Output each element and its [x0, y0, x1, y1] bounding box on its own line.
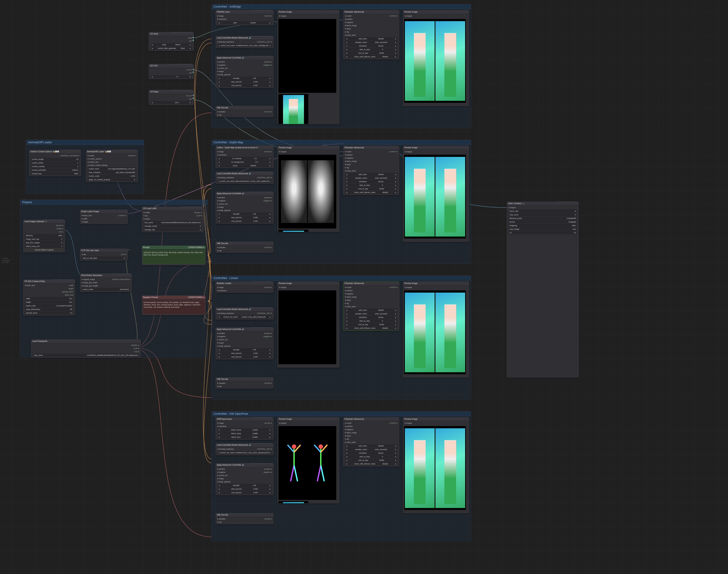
preview-thumbnail — [278, 426, 336, 500]
node-preprocessor-lineart[interactable]: comfyui-ControlNet Au... Realistic LineA… — [215, 281, 274, 293]
node-pixel-perfect[interactable]: comfyui-ControlNet Au... Pixel Perfect R… — [80, 274, 132, 292]
node-animatediff-loader[interactable]: AnimateDiff Evolved AnimateDiff Loader 🎭… — [86, 150, 138, 182]
node-cr-seed[interactable]: ComfyUI_Comfyroll_Custo... CR Seed seed … — [149, 32, 194, 51]
node-preview-pre-softedge[interactable]: Preview Image ● images — [277, 10, 339, 124]
node-preprocessor-openpose[interactable]: comfyui-ControlNet Au... DWPreprocessor●… — [215, 417, 274, 440]
node-empty-latent[interactable]: Empty Latent Image ● batch_sizeLATENT ● … — [80, 210, 128, 224]
node-ksampler-lineart[interactable]: KSampler (Advanced) ● modelLATENT ●● pos… — [343, 281, 399, 331]
node-vae-decode-openpose[interactable]: VAE Decode ● samplesIMAGE ●● vae — [215, 513, 274, 524]
node-preview-pre-depth[interactable]: Preview Image ● images — [277, 146, 339, 232]
group-header-openpose[interactable]: ControlNet - DW OpenPose — [212, 411, 471, 416]
prompt-text[interactable]: adult girl, dancing, whole body, slim bo… — [143, 250, 205, 264]
node-load-images[interactable]: ComfyUI-VideoHelperSuite Load Images (Up… — [23, 219, 65, 252]
preview-thumbnail — [404, 19, 466, 103]
preview-thumbnail — [278, 230, 309, 232]
svg-point-4 — [292, 444, 296, 449]
preview-thumbnail — [404, 155, 466, 239]
node-preprocessor-softedge[interactable]: comfyui-ControlNet Au... PIDI/Net Lines●… — [215, 10, 274, 25]
preview-thumbnail — [278, 155, 336, 229]
node-preview-out-lineart[interactable]: Preview Image ● images — [403, 281, 469, 378]
node-load-lora[interactable]: ComfyUI_Comfyroll_Custo... CR Load LoRA … — [142, 207, 204, 232]
node-clip-last-layer[interactable]: CLIP Set Last Layer ● clipCLIP ● stop_at… — [80, 248, 128, 261]
node-preprocessor-depth[interactable]: comfyui-ControlNet Au... LeReS - Depth M… — [215, 146, 274, 168]
node-apply-cn-openpose[interactable]: ComfyUI-Advanced-Contro... Apply Advance… — [215, 463, 274, 495]
preview-thumbnail — [278, 19, 336, 93]
svg-point-1 — [318, 38, 324, 44]
group-header-lineart[interactable]: ControlNet - Lineart — [212, 276, 471, 281]
node-negative-prompt[interactable]: Negative PromptCONDITIONING ● (normal qu… — [142, 295, 206, 315]
svg-point-5 — [319, 444, 323, 449]
node-uniform-ctx[interactable]: AnimateDiff Evolved Uniform Context Opti… — [29, 150, 81, 176]
node-prompt[interactable]: PromptCONDITIONING ● adult girl, dancing… — [142, 245, 206, 265]
node-cr-cfg[interactable]: ComfyUI_Comfyroll_Custo... CR CFG FLOAT … — [149, 64, 194, 79]
group-header-animate[interactable]: AnimateDiff Loader — [26, 140, 144, 145]
preview-thumbnail — [278, 290, 336, 364]
preview-thumbnail — [404, 426, 466, 510]
svg-point-3 — [318, 309, 324, 315]
group-header-prepare[interactable]: Prepare — [20, 200, 208, 205]
node-video-combine[interactable]: ComfyUI-VideoHelperSuite Video Combine 🎥… — [507, 202, 579, 378]
svg-point-2 — [291, 309, 297, 315]
node-vae-decode-lineart[interactable]: VAE Decode ● samplesIMAGE ●● vae — [215, 377, 274, 388]
preview-thumbnail — [278, 501, 309, 503]
node-vae-decode-depth[interactable]: VAE Decode ● samplesIMAGE ●● vae — [215, 242, 274, 253]
node-apply-cn-lineart[interactable]: ComfyUI-Advanced-Contro... Apply Advance… — [215, 327, 274, 360]
node-load-cn-openpose[interactable]: ComfyUI-Advanced-Contro... Load ControlN… — [215, 443, 274, 455]
node-apply-cn-softedge[interactable]: ComfyUI-Advanced-Contro... Apply Advance… — [215, 56, 274, 88]
node-load-cn-depth[interactable]: ComfyUI-Advanced-Contro... Load ControlN… — [215, 172, 274, 184]
negative-prompt-text[interactable]: (normal quality), (worst quality), (low … — [143, 300, 205, 314]
preview-thumbnail — [278, 94, 309, 124]
node-preview-out-openpose[interactable]: Preview Image ● images — [403, 417, 469, 513]
node-vae-decode-softedge[interactable]: VAE Decode ● samplesIMAGE ●● vae — [215, 106, 274, 117]
node-preview-out-softedge[interactable]: Preview Image ● images — [403, 10, 469, 106]
group-header-depth[interactable]: ControlNet - Depth Map — [212, 140, 471, 145]
node-preview-out-depth[interactable]: Preview Image ● images — [403, 146, 469, 242]
node-aspect-ratio[interactable]: ComfyUI_Comfyroll_Custo... CR SD1.5 Aspe… — [23, 279, 75, 316]
node-load-cn-softedge[interactable]: ComfyUI-Advanced-Contro... Load ControlN… — [215, 36, 274, 48]
node-apply-cn-depth[interactable]: ComfyUI-Advanced-Contro... Apply Advance… — [215, 192, 274, 224]
node-ksampler-softedge[interactable]: KSampler (Advanced) ● modelLATENT ●● pos… — [343, 10, 399, 59]
port-seed-out[interactable] — [192, 37, 194, 39]
node-ksampler-depth[interactable]: KSampler (Advanced) ● modelLATENT ●● pos… — [343, 146, 399, 195]
node-preview-pre-openpose[interactable]: Preview Image ● images — [277, 417, 339, 503]
preview-thumbnail — [404, 290, 466, 374]
badge-comfyroll: ComfyUI_Comfyroll_Custo... — [170, 32, 192, 32]
group-header-softedge[interactable]: ControlNet - SoftEdge — [212, 4, 471, 9]
port-int-out[interactable] — [192, 39, 194, 41]
node-cr-steps[interactable]: ComfyUI_Comfyroll_Custo... CR Steps FLOA… — [149, 90, 194, 105]
choose-folder-button[interactable]: choose folder to upload — [25, 248, 63, 251]
svg-point-0 — [291, 38, 297, 44]
node-load-checkpoint[interactable]: Load Checkpoint MODEL ● CLIP ● VAE ● ckp… — [31, 339, 141, 358]
node-ksampler-openpose[interactable]: KSampler (Advanced) ● modelLATENT ●● pos… — [343, 417, 399, 466]
node-load-cn-lineart[interactable]: ComfyUI-Advanced-Contro... Load ControlN… — [215, 308, 274, 320]
node-preview-pre-lineart[interactable]: Preview Image ● images — [277, 281, 339, 368]
